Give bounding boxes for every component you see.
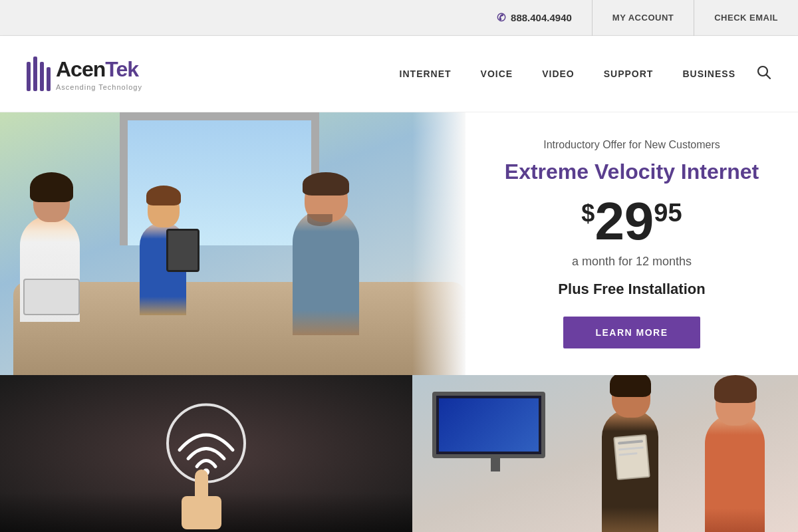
- clipboard: [613, 434, 650, 480]
- logo-tagline: Ascending Technology: [56, 83, 142, 91]
- promo-price: $ 29 95: [581, 195, 682, 248]
- nav-internet[interactable]: INTERNET: [385, 36, 466, 112]
- logo-bars-icon: [27, 57, 51, 91]
- nav-support[interactable]: SUPPORT: [589, 36, 668, 112]
- svg-rect-0: [27, 62, 31, 91]
- nav-links: INTERNET VOICE VIDEO SUPPORT BUSINESS: [385, 36, 771, 112]
- tile-wifi: [0, 375, 412, 532]
- tile-tv-screen: [439, 398, 539, 452]
- hero-section: Introductory Offer for New Customers Ext…: [0, 112, 798, 375]
- finger-icon: [178, 469, 225, 529]
- phone-number: 888.404.4940: [511, 12, 572, 23]
- my-account-button[interactable]: MY ACCOUNT: [593, 0, 694, 36]
- tile-person-2: [705, 414, 765, 532]
- promo-title-text: Extreme Velocity Internet: [505, 159, 759, 184]
- logo-tek: Tek: [105, 57, 138, 82]
- price-dollar: $: [581, 201, 595, 225]
- hero-couch: [13, 282, 466, 375]
- search-icon[interactable]: [750, 65, 771, 83]
- nav-bar: AcenTek Ascending Technology INTERNET VO…: [0, 36, 798, 112]
- logo[interactable]: AcenTek Ascending Technology: [27, 57, 142, 91]
- tile-tv-stand: [491, 458, 500, 471]
- promo-per-month-text: a month for 12 months: [572, 255, 692, 269]
- bottom-tiles: [0, 375, 798, 532]
- tile-business: [412, 375, 798, 532]
- hero-fade: [412, 112, 466, 375]
- svg-line-5: [767, 74, 771, 78]
- logo-acen: Acen: [56, 57, 105, 82]
- svg-rect-1: [33, 57, 37, 91]
- check-email-button[interactable]: CHECK EMAIL: [694, 0, 798, 36]
- phone-number-area: ✆ 888.404.4940: [477, 11, 592, 24]
- hero-person-3: [293, 209, 359, 335]
- nav-voice[interactable]: VOICE: [466, 36, 528, 112]
- tile-tv: [432, 392, 545, 458]
- nav-video[interactable]: VIDEO: [527, 36, 589, 112]
- nav-business[interactable]: BUSINESS: [668, 36, 750, 112]
- svg-rect-2: [40, 62, 44, 91]
- logo-name: AcenTek: [56, 57, 142, 82]
- promo-panel: Introductory Offer for New Customers Ext…: [466, 112, 798, 375]
- svg-rect-9: [182, 496, 221, 529]
- hero-person-2: [140, 222, 186, 315]
- logo-text-container: AcenTek Ascending Technology: [56, 57, 142, 91]
- svg-rect-3: [47, 67, 51, 91]
- learn-more-button[interactable]: LEARN MORE: [563, 317, 700, 348]
- hero-person-1: [20, 215, 80, 322]
- hero-image: [0, 112, 466, 375]
- price-cents: 95: [654, 200, 682, 225]
- price-amount: 29: [595, 195, 654, 248]
- promo-free-install-text: Plus Free Installation: [558, 281, 705, 298]
- hand-icon: [178, 469, 225, 532]
- top-bar: ✆ 888.404.4940 MY ACCOUNT CHECK EMAIL: [0, 0, 798, 36]
- promo-intro-text: Introductory Offer for New Customers: [543, 139, 720, 151]
- phone-icon: ✆: [497, 11, 505, 24]
